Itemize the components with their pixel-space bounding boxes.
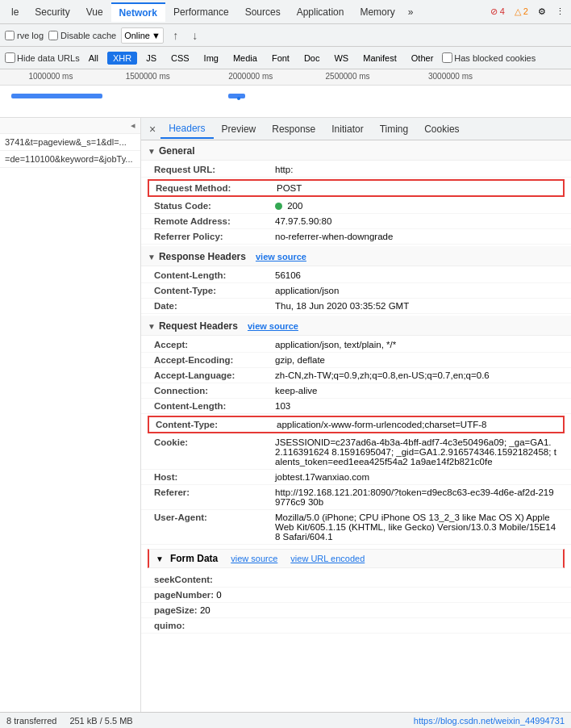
size-label: 251 kB / 5.5 MB xyxy=(69,716,132,726)
tab-security[interactable]: Security xyxy=(27,3,77,21)
tab-network[interactable]: Network xyxy=(111,2,165,22)
form-data-view-url-encoded[interactable]: view URL encoded xyxy=(290,554,365,563)
form-data-view-source[interactable]: view source xyxy=(231,554,277,563)
remote-address-label: Remote Address: xyxy=(154,216,275,226)
ruler-mark-2: 1500000 ms xyxy=(126,72,170,81)
status-code-label: Status Code: xyxy=(154,201,275,211)
filter-media-button[interactable]: Media xyxy=(227,52,263,65)
tab-vue[interactable]: Vue xyxy=(78,3,111,21)
warn-count-badge: △ 2 xyxy=(511,5,531,19)
date-value: Thu, 18 Jun 2020 03:35:52 GMT xyxy=(275,301,558,311)
tab-preview[interactable]: Preview xyxy=(214,120,265,138)
request-headers-view-source[interactable]: view source xyxy=(248,321,298,331)
resize-handle[interactable]: ◂ xyxy=(131,120,135,131)
content-type-response-value: application/json xyxy=(275,286,558,295)
detail-content: ▼ General Request URL: http: Request Met… xyxy=(141,140,571,635)
disable-cache-label: Disable cache xyxy=(48,31,116,40)
timeline-ruler: 1000000 ms 1500000 ms 2000000 ms 2500000… xyxy=(0,69,571,86)
tab-memory[interactable]: Memory xyxy=(352,3,402,21)
connection-row: Connection: keep-alive xyxy=(141,383,571,399)
tab-sources[interactable]: Sources xyxy=(237,3,289,21)
tab-more-button[interactable]: » xyxy=(403,3,419,21)
export-har-button[interactable]: ↓ xyxy=(188,28,202,43)
form-row-page-size: pageSize: 20 xyxy=(141,603,571,618)
triangle-icon: ▼ xyxy=(156,554,164,563)
filter-js-button[interactable]: JS xyxy=(140,52,162,65)
cookie-row: Cookie: JSESSIONID=c237ad6a-4b3a-4bff-ad… xyxy=(141,435,571,470)
tab-performance[interactable]: Performance xyxy=(165,3,237,21)
accept-encoding-row: Accept-Encoding: gzip, deflate xyxy=(141,353,571,368)
response-headers-section-header[interactable]: ▼ Response Headers view source xyxy=(141,246,571,266)
tab-headers[interactable]: Headers xyxy=(160,119,213,139)
ruler-mark-1: 1000000 ms xyxy=(28,72,73,81)
filter-font-button[interactable]: Font xyxy=(266,52,295,65)
response-headers-view-source[interactable]: view source xyxy=(256,252,306,261)
detail-panel: × Headers Preview Response Initiator Tim… xyxy=(141,118,571,712)
hide-data-urls-label: Hide data URLs xyxy=(5,52,80,63)
tab-icons: ⊘ 4 △ 2 ⚙ ⋮ xyxy=(487,5,568,19)
referrer-policy-label: Referrer Policy: xyxy=(154,232,275,241)
request-url-label: Request URL: xyxy=(154,165,275,174)
request-headers-section-header[interactable]: ▼ Request Headers view source xyxy=(141,316,571,336)
ruler-mark-5: 3000000 ms xyxy=(428,72,473,81)
triangle-icon: ▼ xyxy=(148,253,156,261)
form-row-seek-content: seekContent: xyxy=(141,572,571,588)
request-headers-section-body: Accept: application/json, text/plain, */… xyxy=(141,336,571,546)
filter-other-button[interactable]: Other xyxy=(406,52,440,65)
request-method-value: POST xyxy=(277,183,556,193)
error-count-badge: ⊘ 4 xyxy=(487,5,508,19)
content-type-response-label: Content-Type: xyxy=(154,286,275,295)
referer-row: Referer: http://192.168.121.201:8090/?to… xyxy=(141,485,571,510)
throttle-select[interactable]: Online ▼ xyxy=(121,27,164,44)
req-content-type-row: Content-Type: application/x-www-form-url… xyxy=(148,416,565,433)
remote-address-row: Remote Address: 47.97.5.90:80 xyxy=(141,214,571,229)
filter-all-button[interactable]: All xyxy=(83,52,104,65)
timeline-dot xyxy=(237,97,240,100)
accept-row: Accept: application/json, text/plain, */… xyxy=(141,337,571,353)
tab-response[interactable]: Response xyxy=(264,120,323,138)
general-section-header[interactable]: ▼ General xyxy=(141,140,571,161)
filter-css-button[interactable]: CSS xyxy=(165,52,195,65)
import-har-button[interactable]: ↑ xyxy=(169,28,183,43)
filter-ws-button[interactable]: WS xyxy=(328,52,354,65)
preserve-log-label: rve log xyxy=(5,31,44,40)
timeline-bar-1 xyxy=(11,94,102,98)
transferred-label: 8 transferred xyxy=(6,716,56,726)
tab-initiator[interactable]: Initiator xyxy=(323,120,371,138)
form-data-section-header[interactable]: ▼ Form Data view source view URL encoded xyxy=(148,549,565,568)
main-area: ◂ 3741&t=pageview&_s=1&dl=... =de=110100… xyxy=(0,118,571,712)
form-row-quimo: quimo: xyxy=(141,618,571,634)
tab-application[interactable]: Application xyxy=(289,3,352,21)
request-url-value: http: xyxy=(275,165,558,174)
accept-language-row: Accept-Language: zh-CN,zh-TW;q=0.9,zh;q=… xyxy=(141,368,571,383)
tab-cookies[interactable]: Cookies xyxy=(416,120,467,138)
hide-data-urls-checkbox[interactable] xyxy=(5,52,15,63)
content-length-row: Content-Length: 56106 xyxy=(141,268,571,283)
referrer-policy-value: no-referrer-when-downgrade xyxy=(275,232,558,241)
request-method-label: Request Method: xyxy=(156,183,277,193)
settings-icon[interactable]: ⚙ xyxy=(535,5,549,19)
list-item[interactable]: 3741&t=pageview&_s=1&dl=... xyxy=(0,134,140,151)
list-item[interactable]: =de=110100&keyword=&jobTy... xyxy=(0,151,140,168)
general-section-body: Request URL: http: Request Method: POST … xyxy=(141,161,571,246)
more-options-icon[interactable]: ⋮ xyxy=(552,5,568,19)
req-content-length-row: Content-Length: 103 xyxy=(141,399,571,414)
status-code-row: Status Code: 200 xyxy=(141,199,571,214)
tab-le[interactable]: le xyxy=(3,3,27,21)
csdn-link[interactable]: https://blog.csdn.net/weixin_44994731 xyxy=(414,716,565,726)
tab-bar: le Security Vue Network Performance Sour… xyxy=(0,0,571,24)
filter-manifest-button[interactable]: Manifest xyxy=(357,52,402,65)
timeline: 1000000 ms 1500000 ms 2000000 ms 2500000… xyxy=(0,69,571,118)
preserve-log-checkbox[interactable] xyxy=(5,31,15,40)
disable-cache-checkbox[interactable] xyxy=(48,31,58,40)
has-blocked-cookies-checkbox[interactable] xyxy=(442,52,452,63)
host-row: Host: jobtest.17wanxiao.com xyxy=(141,470,571,485)
date-label: Date: xyxy=(154,301,275,311)
tab-timing[interactable]: Timing xyxy=(372,120,417,138)
status-code-value: 200 xyxy=(275,201,558,211)
referrer-policy-row: Referrer Policy: no-referrer-when-downgr… xyxy=(141,229,571,245)
filter-xhr-button[interactable]: XHR xyxy=(107,52,137,65)
filter-doc-button[interactable]: Doc xyxy=(298,52,326,65)
filter-img-button[interactable]: Img xyxy=(198,52,224,65)
close-detail-button[interactable]: × xyxy=(144,123,160,136)
